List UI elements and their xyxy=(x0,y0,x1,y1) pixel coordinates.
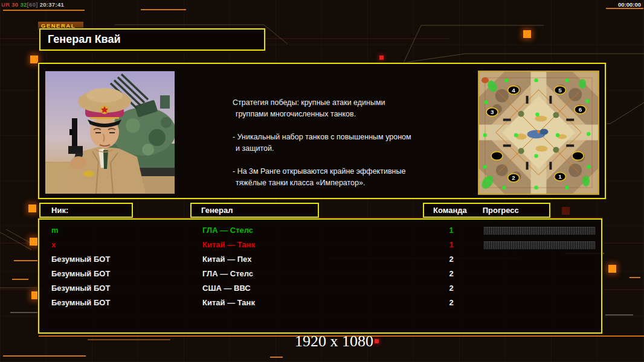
decor-dash xyxy=(606,8,643,9)
spawn-point-marker xyxy=(572,151,584,160)
supply-dock-marker xyxy=(483,133,487,137)
player-nick: x xyxy=(51,240,56,249)
description-line: группами многочисленных танков. xyxy=(233,109,441,120)
spawn-point-marker: 3 xyxy=(486,108,498,116)
player-nick: Безумный БОТ xyxy=(51,269,110,278)
decor-dash xyxy=(3,10,85,11)
supply-dock-marker xyxy=(556,133,559,137)
description-paragraph: Стратегия победы: крупные атаки единымиг… xyxy=(233,97,441,120)
decor-dash xyxy=(3,355,86,357)
svg-text:4: 4 xyxy=(512,87,515,94)
player-nick: Безумный БОТ xyxy=(51,284,110,293)
debug-fps-current: 30 xyxy=(11,1,18,8)
supply-dock-marker xyxy=(565,186,569,189)
decor-square xyxy=(608,265,616,273)
general-name: Генерал Квай xyxy=(40,33,121,46)
spawn-point-marker: 6 xyxy=(575,106,586,114)
spawn-point-marker: 5 xyxy=(555,86,566,94)
decor-square-red xyxy=(379,56,384,60)
load-progress-bar xyxy=(483,241,596,250)
description-line: тяжёлые танки класса «Император». xyxy=(233,177,441,189)
decor-dash-gray xyxy=(10,312,37,313)
player-row: xКитай — Танк1 xyxy=(39,238,601,252)
supply-dock-marker xyxy=(535,113,539,116)
player-nick: m xyxy=(51,226,59,235)
player-general: Китай — Танк xyxy=(202,298,255,307)
player-general: Китай — Пех xyxy=(202,255,251,264)
player-row: Безумный БОТГЛА — Стелс2 xyxy=(39,267,601,281)
player-team: 2 xyxy=(444,284,459,293)
supply-dock-marker xyxy=(502,186,506,189)
decor-square xyxy=(523,30,531,38)
svg-text:2: 2 xyxy=(512,174,515,181)
match-timer: 00:00:00 xyxy=(618,1,641,8)
player-team: 2 xyxy=(444,269,459,278)
decor-dash xyxy=(14,260,39,261)
player-row: mГЛА — Стелс1 xyxy=(39,223,601,238)
column-header-nick: Ник: xyxy=(39,203,133,218)
supply-dock-marker xyxy=(534,186,538,189)
decor-dash xyxy=(630,277,640,278)
player-general: Китай — Танк xyxy=(202,240,255,249)
general-description: Стратегия победы: крупные атаки единымиг… xyxy=(233,97,441,200)
decor-dash-gray xyxy=(605,314,633,316)
spawn-point-marker: 1 xyxy=(555,173,566,181)
player-row: Безумный БОТКитай — Танк2 xyxy=(39,296,601,310)
fps-debug-readout: UR 30 32[60] 20:37:41 xyxy=(1,1,64,8)
supply-dock-marker xyxy=(504,78,508,82)
supply-dock-marker xyxy=(565,78,569,82)
player-team: 2 xyxy=(444,298,459,307)
game-loading-screen: UR 30 32[60] 20:37:41 00:00:00 GENERAL Г… xyxy=(0,0,644,362)
players-table: mГЛА — Стелс1xКитай — Танк1Безумный БОТК… xyxy=(38,218,602,334)
description-paragraph: - Уникальный набор танков с повышенным у… xyxy=(233,132,441,154)
supply-dock-marker xyxy=(534,78,538,82)
header-progress-label: Прогресс xyxy=(483,206,519,215)
player-row: Безумный БОТСША — ВВС2 xyxy=(39,281,601,296)
debug-fps-avg: 32 xyxy=(20,1,27,8)
supply-dock-marker xyxy=(585,99,589,103)
general-info-panel: Стратегия победы: крупные атаки единымиг… xyxy=(38,63,606,199)
player-general: ГЛА — Стелс xyxy=(202,269,253,278)
svg-text:3: 3 xyxy=(491,109,494,115)
general-portrait-illustration xyxy=(45,71,175,194)
decor-square xyxy=(30,238,37,246)
load-progress-bar xyxy=(483,226,596,235)
description-paragraph: - На 3м Ранге открываются крайне эффекти… xyxy=(233,166,441,189)
player-team: 1 xyxy=(444,226,459,235)
resolution-label: 1920 x 1080 xyxy=(12,332,644,351)
map-preview: 453621 xyxy=(478,71,599,195)
spawn-point-marker: 4 xyxy=(508,86,520,94)
spawn-point-marker: 2 xyxy=(508,174,520,182)
supply-dock-marker xyxy=(587,132,590,136)
decor-square xyxy=(30,56,38,63)
player-nick: Безумный БОТ xyxy=(51,255,110,264)
supply-dock-marker xyxy=(485,100,488,104)
description-line: - На 3м Ранге открываются крайне эффекти… xyxy=(233,167,405,176)
supply-dock-marker xyxy=(534,154,538,157)
minimap-illustration: 453621 xyxy=(479,72,598,194)
decor-square xyxy=(28,205,36,212)
debug-clock: 20:37:41 xyxy=(40,1,64,8)
player-general: ГЛА — Стелс xyxy=(202,226,253,235)
column-header-team-progress: Команда Прогресс xyxy=(423,203,550,218)
player-team: 1 xyxy=(444,240,459,249)
svg-text:1: 1 xyxy=(558,173,562,180)
decor-dash xyxy=(270,357,283,358)
general-name-box: Генерал Квай xyxy=(39,28,265,51)
player-general: США — ВВС xyxy=(202,284,251,293)
player-nick: Безумный БОТ xyxy=(51,298,110,307)
supply-dock-marker xyxy=(483,165,487,168)
header-team-label: Команда xyxy=(433,206,467,215)
column-header-general: Генерал xyxy=(190,203,319,218)
player-row: Безумный БОТКитай — Пех2 xyxy=(39,252,601,267)
header-nick-label: Ник: xyxy=(51,206,68,215)
decor-dash xyxy=(141,9,186,10)
supply-dock-marker xyxy=(514,133,518,137)
description-line: Стратегия победы: крупные атаки едиными xyxy=(233,98,385,107)
header-general-label: Генерал xyxy=(201,206,233,215)
debug-fps-cap: [60] xyxy=(27,1,38,8)
supply-dock-marker xyxy=(587,165,590,168)
description-line: - Уникальный набор танков с повышенным у… xyxy=(233,133,411,141)
decor-square-darkred xyxy=(562,207,570,215)
spawn-point-marker xyxy=(491,151,503,160)
